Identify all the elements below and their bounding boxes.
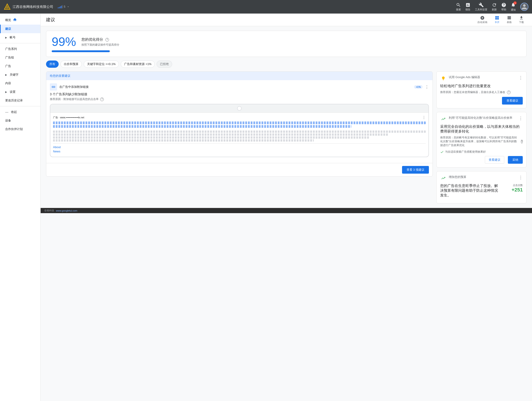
sidebar-label-history: 更改历史记录 — [5, 98, 23, 103]
avatar[interactable] — [520, 3, 528, 11]
budget-card-menu[interactable]: ⋮ — [519, 175, 523, 180]
view-recommendations-button[interactable]: 查看 3 项建议 — [402, 166, 429, 174]
sidebar-label-settings: 设置 — [10, 90, 16, 94]
editor-help-icon[interactable]: ? — [507, 91, 511, 94]
desc-blur-4 — [53, 139, 314, 142]
progress-bar-container — [52, 50, 110, 52]
bidding-adopt-button[interactable]: 采纳 — [508, 156, 523, 164]
search-nav-item[interactable]: 搜索 — [456, 2, 461, 11]
optimization-score: 99% — [52, 35, 76, 48]
sidebar-label-adgroups: 广告组 — [5, 56, 14, 60]
logo-area: 江西谷推网络科技有限公司 — [4, 3, 53, 10]
bidding-card-actions: 查看建议 采纳 — [440, 156, 523, 164]
sidebar-item-devices[interactable]: 设备 — [0, 116, 40, 125]
tools-nav-icon — [479, 2, 484, 7]
editor-card-header: 试用 Google Ads 编辑器 ⋮ — [440, 75, 523, 82]
ad-desc — [53, 130, 426, 142]
view-btn-container: 查看 3 项建议 — [46, 163, 432, 176]
bottom-url[interactable]: www.googletui.com — [56, 209, 77, 212]
reports-nav-item[interactable]: 报告 — [465, 2, 470, 11]
budget-stat-label: 点击次数 — [505, 184, 523, 187]
google-ads-logo — [4, 3, 11, 10]
rec-item-sitelinks: 在广告中添加附加链接 +1% ⋮ 3 个广告系列缺少附加链接 推荐原因：附加链接… — [46, 80, 432, 163]
opt-score-row: 99% 您的优化得分 ? 按照下面的建议操作可提高得分 — [52, 35, 521, 48]
expand-icon-keywords: ▶ — [5, 73, 7, 76]
sidebar-item-content[interactable]: 内容 — [0, 79, 40, 88]
sidebar-label-devices: 设备 — [5, 118, 11, 123]
search-nav-label: 搜索 — [456, 8, 461, 11]
ad-dots[interactable]: ⋮ — [422, 115, 426, 120]
sidebar-label-collapse: 收起 — [11, 110, 17, 114]
bidding-view-button[interactable]: 查看建议 — [485, 156, 504, 164]
help-nav-label: 帮助 — [501, 8, 506, 11]
sitelink-news[interactable]: News — [53, 150, 426, 153]
sidebar-item-history[interactable]: 更改历史记录 — [0, 96, 40, 105]
download-label: 下载 — [519, 20, 524, 24]
rec-item-menu[interactable]: ⋮ — [425, 85, 429, 89]
bottom-bar: 谷推科技 www.googletui.com — [41, 208, 532, 213]
notifications-icon-wrapper: 1 — [511, 2, 516, 8]
sidebar-label-ads: 广告 — [5, 64, 11, 68]
search-nav-icon — [456, 2, 461, 7]
editor-card-menu[interactable]: ⋮ — [519, 75, 523, 80]
notifications-nav-item[interactable]: 1 通知 — [511, 2, 516, 12]
sidebar-item-recommendations[interactable]: 建议 — [0, 25, 40, 33]
recommendation-card: 给您的首要建议 在广告中添加附加链接 +1% ⋮ 3 个广告系列缺少附加链接 — [46, 71, 433, 177]
opt-score-label-text: 您的优化得分 — [82, 37, 103, 42]
sitelinks-icon — [51, 85, 56, 89]
table-icon — [507, 16, 512, 20]
company-name: 江西谷推网络科技有限公司 — [13, 5, 53, 9]
page-actions: 自动采纳 卡片 表格 下载 — [475, 14, 526, 25]
bidding-card-menu[interactable]: ⋮ — [519, 116, 523, 121]
sidebar-item-campaigns[interactable]: 广告系列 — [0, 45, 40, 53]
table-button[interactable]: 表格 — [504, 14, 514, 25]
editor-card-headline: 轻松地对广告系列进行批量更改 — [440, 84, 523, 89]
budget-card-text: 您的广告在生意旺季停止了投放。解决预算有限问题有助于防止这种情况发生。 — [440, 184, 501, 200]
help-nav-item[interactable]: 帮助 — [501, 2, 506, 11]
sidebar-item-collapse[interactable]: — 收起 — [0, 108, 40, 116]
budget-card-title: 增加您的预算 — [449, 175, 516, 179]
download-button[interactable]: 下载 — [516, 14, 526, 25]
filter-tab-adcreative[interactable]: 广告和素材资源 +1% — [121, 60, 155, 68]
auto-apply-button[interactable]: 自动采纳 — [475, 14, 490, 25]
filter-tab-keywords[interactable]: 关键字和定位 +<0.1% — [84, 60, 119, 68]
sidebar-item-adgroups[interactable]: 广告组 — [0, 53, 40, 62]
sidebar-item-partner[interactable]: 合作伙伴计划 — [0, 125, 40, 133]
opt-score-sub: 按照下面的建议操作可提高得分 — [82, 43, 119, 47]
filter-tab-bidbudget[interactable]: 出价和预算 — [60, 60, 82, 68]
tools-nav-item[interactable]: 工具和设置 — [475, 2, 487, 11]
bidding-card-headline: 采用完全自动化的出价策略，以与原来大体相当的费用获得更多转化 — [440, 124, 523, 134]
reason-help-icon[interactable]: ? — [100, 97, 104, 101]
rec-item-top: 在广告中添加附加链接 +1% ⋮ — [50, 83, 429, 91]
sidebar-item-ads[interactable]: 广告 — [0, 62, 40, 71]
refresh-nav-item[interactable]: 刷新 — [492, 2, 497, 11]
sidebar-label-campaigns: 广告系列 — [5, 47, 17, 51]
sidebar-item-keywords[interactable]: ▶ 关键字 — [0, 71, 40, 79]
sitelink-about[interactable]: About — [53, 145, 426, 149]
opt-score-info: 您的优化得分 ? 按照下面的建议操作可提高得分 — [82, 35, 119, 47]
arrows-icon — [441, 117, 446, 121]
optimization-help-icon[interactable]: ? — [105, 38, 109, 42]
signal-bars — [58, 5, 63, 8]
sidebar-label-keywords: 关键字 — [10, 73, 19, 77]
rec-item-badge: +1% — [414, 85, 423, 89]
editor-view-button[interactable]: 查看建议 — [502, 97, 523, 104]
phone-content: 广告 · www.••••••••••••••le.net ⋮ — [50, 113, 428, 157]
spacer — [53, 129, 426, 130]
cards-button[interactable]: 卡片 — [492, 14, 502, 25]
editor-icon-wrapper — [440, 75, 446, 82]
filter-tab-rejected[interactable]: 已拒绝 — [157, 60, 172, 68]
sidebar-label-recommendations: 建议 — [5, 27, 11, 31]
filter-tab-all[interactable]: 所有 — [46, 60, 59, 68]
editor-rec-card: 试用 Google Ads 编辑器 ⋮ 轻松地对广告系列进行批量更改 推荐原因：… — [436, 71, 526, 108]
page-header: 建议 自动采纳 卡片 表格 下载 — [41, 13, 532, 26]
sidebar-item-settings[interactable]: ▶ 设置 — [0, 88, 40, 96]
page-title: 建议 — [46, 17, 475, 23]
ad-url: 广告 · www.••••••••••••••le.net — [53, 116, 84, 119]
phone-mockup: 广告 · www.••••••••••••••le.net ⋮ — [50, 104, 429, 157]
sidebar-item-overview[interactable]: 概览 — [0, 15, 40, 25]
bidding-help-icon[interactable]: ? — [521, 140, 523, 143]
bidding-icon-wrapper — [440, 116, 446, 122]
notifications-nav-label: 通知 — [511, 8, 516, 12]
sidebar-item-account[interactable]: ▶ 帐号 — [0, 33, 40, 42]
